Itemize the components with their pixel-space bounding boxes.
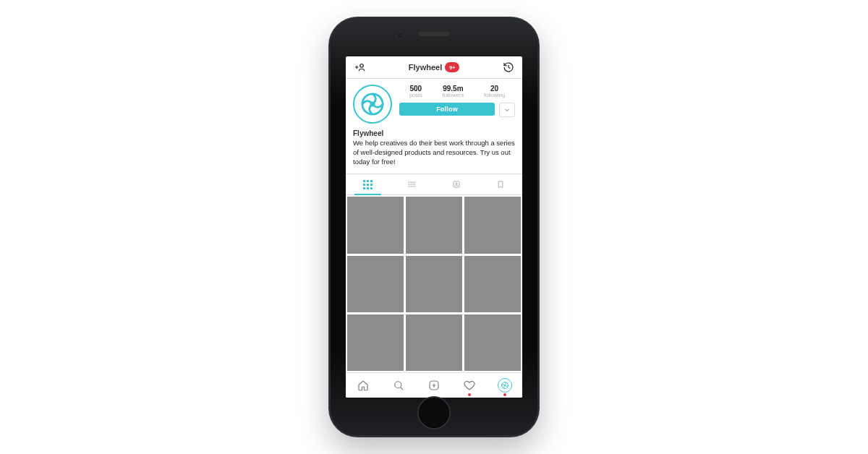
history-button[interactable] (501, 59, 516, 75)
app-screen: Flywheel 9+ (346, 56, 522, 398)
svg-point-10 (455, 183, 456, 184)
profile-bio-text: We help creatives do their best work thr… (353, 139, 515, 166)
post-thumbnail[interactable] (406, 256, 462, 312)
tab-grid[interactable] (346, 174, 390, 194)
svg-point-2 (371, 103, 374, 106)
post-thumbnail[interactable] (347, 256, 404, 312)
profile-alert-dot (503, 393, 506, 396)
view-mode-tabs (346, 174, 522, 195)
history-icon (502, 61, 515, 74)
post-thumbnail[interactable] (464, 256, 521, 312)
post-thumbnail[interactable] (464, 314, 521, 371)
svg-point-8 (408, 187, 409, 187)
portrait-icon (451, 179, 461, 189)
svg-point-0 (360, 64, 364, 68)
svg-point-7 (408, 184, 409, 185)
followers-label: followers (443, 93, 464, 98)
svg-line-12 (401, 387, 403, 390)
nav-search[interactable] (390, 377, 407, 394)
nav-home[interactable] (354, 377, 372, 394)
profile-stats-row: 500 posts 99.5m followers 20 following (399, 85, 515, 98)
profile-display-name: Flywheel (353, 129, 515, 137)
post-thumbnail[interactable] (464, 197, 521, 253)
posts-label: posts (409, 93, 422, 98)
notification-count-badge[interactable]: 9+ (445, 62, 459, 72)
tab-list[interactable] (390, 174, 434, 194)
nav-activity[interactable] (461, 377, 478, 394)
phone-speaker (418, 32, 450, 36)
list-icon (407, 179, 417, 189)
front-camera (396, 32, 404, 39)
search-icon (392, 379, 405, 392)
activity-alert-dot (468, 393, 471, 396)
post-thumbnail[interactable] (347, 314, 404, 371)
phone-device-frame: Flywheel 9+ (328, 17, 540, 437)
home-icon (357, 379, 370, 392)
pinwheel-logo-icon (360, 92, 385, 116)
chevron-down-icon (503, 106, 511, 114)
page-title: Flywheel (409, 63, 442, 72)
grid-icon (363, 180, 373, 189)
stat-followers[interactable]: 99.5m followers (443, 85, 464, 98)
nav-add-post[interactable] (425, 377, 443, 394)
profile-avatar[interactable] (353, 85, 392, 124)
bookmark-icon (495, 179, 506, 189)
following-label: following (484, 93, 505, 98)
follow-button[interactable]: Follow (399, 103, 495, 116)
profile-header: 500 posts 99.5m followers 20 following (346, 79, 522, 174)
nav-profile[interactable] (496, 377, 514, 394)
post-grid (346, 195, 522, 372)
svg-point-6 (408, 182, 409, 183)
post-thumbnail[interactable] (406, 197, 462, 253)
suggestions-toggle-button[interactable] (499, 103, 515, 117)
profile-bio-section: Flywheel We help creatives do their best… (353, 129, 515, 166)
tab-saved[interactable] (478, 174, 522, 194)
add-user-icon (353, 61, 366, 74)
heart-icon (463, 379, 476, 392)
post-thumbnail[interactable] (406, 314, 462, 371)
add-post-icon (427, 379, 441, 392)
svg-point-11 (395, 382, 401, 388)
phone-home-button[interactable] (417, 396, 451, 429)
bottom-nav-bar (346, 372, 522, 398)
profile-avatar-icon (498, 378, 512, 393)
add-friend-button[interactable] (352, 59, 367, 75)
post-thumbnail[interactable] (347, 197, 404, 253)
stat-following[interactable]: 20 following (484, 85, 505, 98)
top-nav-bar: Flywheel 9+ (346, 56, 522, 79)
tab-tagged[interactable] (434, 174, 478, 194)
stat-posts[interactable]: 500 posts (409, 85, 422, 98)
